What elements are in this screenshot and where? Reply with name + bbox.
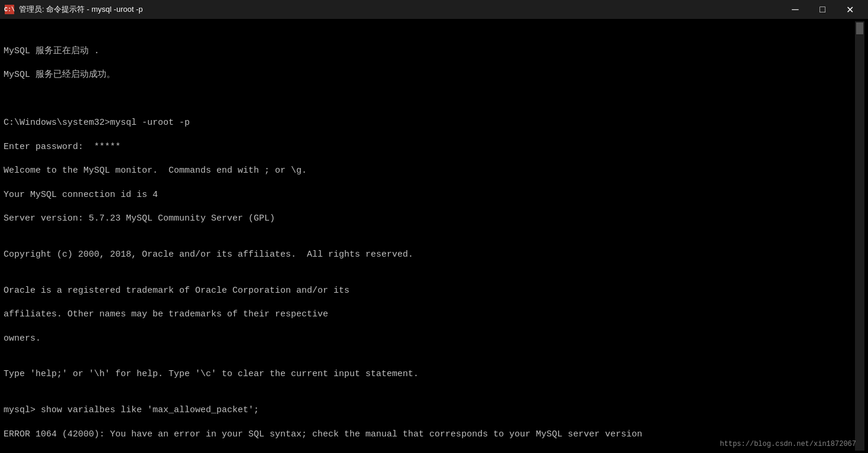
terminal-line: Copyright (c) 2000, 2018, Oracle and/or … [4,249,855,261]
terminal-line: owners. [4,333,855,345]
watermark: https://blog.csdn.net/xin1872067 [720,440,856,448]
terminal-line: Your MySQL connection id is 4 [4,189,855,201]
terminal-line: Enter password: ***** [4,141,855,153]
terminal-line: Type 'help;' or '\h' for help. Type '\c'… [4,368,855,380]
terminal-line: C:\Windows\system32>mysql -uroot -p [4,117,855,129]
terminal-line: Oracle is a registered trademark of Orac… [4,285,855,297]
terminal-line: mysql> show varialbes like 'max_allowed_… [4,405,855,416]
terminal-line: ERROR 1064 (42000): You have an error in… [4,429,855,441]
cmd-icon: C:\ [5,5,14,14]
terminal-content[interactable]: MySQL 服务正在启动 . MySQL 服务已经启动成功。 C:\Window… [4,21,855,451]
terminal-line: affiliates. Other names may be trademark… [4,309,855,321]
minimize-button[interactable]: ─ [782,0,809,19]
scrollbar[interactable] [855,21,864,451]
window-controls: ─ □ ✕ [782,0,863,19]
terminal-line: MySQL 服务已经启动成功。 [4,69,855,81]
terminal-line: Server version: 5.7.23 MySQL Community S… [4,213,855,225]
terminal-window: C:\ 管理员: 命令提示符 - mysql -uroot -p ─ □ ✕ M… [0,0,868,453]
title-bar-left: C:\ 管理员: 命令提示符 - mysql -uroot -p [5,4,142,15]
close-button[interactable]: ✕ [836,0,863,19]
maximize-button[interactable]: □ [809,0,836,19]
terminal-line: MySQL 服务正在启动 . [4,46,855,57]
title-bar: C:\ 管理员: 命令提示符 - mysql -uroot -p ─ □ ✕ [0,0,868,19]
terminal-line: Welcome to the MySQL monitor. Commands e… [4,165,855,177]
scrollbar-thumb[interactable] [856,22,863,34]
terminal-body: MySQL 服务正在启动 . MySQL 服务已经启动成功。 C:\Window… [0,19,868,453]
window-title: 管理员: 命令提示符 - mysql -uroot -p [19,4,142,15]
